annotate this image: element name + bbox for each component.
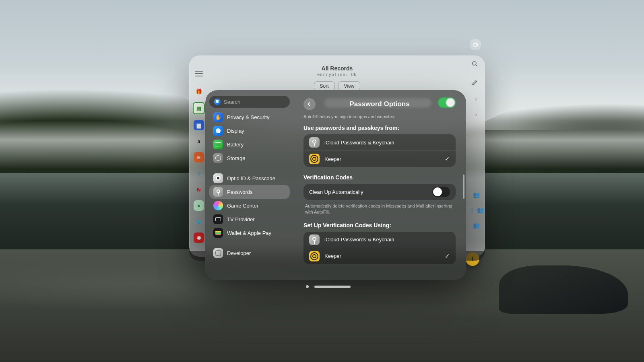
sidebar-item-label: Display (227, 128, 244, 134)
people-icon: 👥 (473, 222, 480, 228)
microphone-icon (214, 99, 221, 105)
gift-icon[interactable]: 🎁 (194, 86, 204, 97)
section-vc-title: Verification Codes (303, 174, 456, 181)
sidebar-item-label: Storage (227, 155, 246, 161)
sidebar-item-tv[interactable]: TV Provider (209, 212, 290, 226)
sidebar-item-privacy[interactable]: ✋Privacy & Security (209, 110, 290, 124)
settings-sidebar: Search ✋Privacy & SecurityDisplayBattery… (205, 90, 293, 280)
records-toolbar: Sort View (189, 81, 485, 91)
sidebar-item-wallet[interactable]: Wallet & Apple Pay (209, 226, 290, 240)
sidebar-item-battery[interactable]: Battery (209, 138, 290, 151)
checkmark-icon: ✓ (445, 253, 450, 260)
section-setup-vc: iCloud Passwords & KeychainKeeper✓ (303, 232, 456, 264)
provider-label: Keeper (324, 253, 341, 259)
provider-label: Keeper (324, 156, 341, 162)
sidebar-item-label: Developer (227, 250, 251, 256)
provider-row-keeper[interactable]: Keeper✓ (303, 150, 456, 167)
sidebar-item-label: Game Center (227, 203, 258, 209)
people-icon: 👥 (473, 191, 480, 198)
chevron-right-icon[interactable]: › (475, 111, 477, 117)
sidebar-item-label: Battery (227, 142, 244, 148)
sidebar-item-label: Privacy & Security (227, 114, 269, 120)
sidebar-item-gamecenter[interactable]: Game Center (209, 199, 290, 212)
window-control-icon[interactable] (470, 39, 481, 50)
chevron-right-icon[interactable]: › (475, 96, 477, 102)
section-vc: Clean Up Automatically (303, 184, 456, 200)
provider-row-keeper2[interactable]: Keeper✓ (303, 248, 456, 264)
records-subtitle: encryption: ON (189, 72, 485, 77)
section-use-from-title: Use passwords and passkeys from: (303, 125, 456, 131)
sidebar-item-passwords[interactable]: Passwords (209, 185, 290, 199)
key-icon (309, 234, 320, 245)
records-title: All Records (189, 65, 485, 72)
sidebar-item-label: TV Provider (227, 216, 255, 222)
disk-icon (213, 153, 223, 163)
cleanup-row[interactable]: Clean Up Automatically (303, 184, 456, 200)
sidebar-item-optic[interactable]: Optic ID & Passcode (209, 171, 290, 185)
sun-icon (213, 126, 223, 136)
view-button[interactable]: View (338, 81, 361, 91)
provider-label: iCloud Passwords & Keychain (324, 140, 394, 146)
checkmark-icon: ✓ (445, 155, 450, 162)
sidebar-item-developer[interactable]: Developer (209, 246, 290, 260)
svg-line-1 (476, 65, 477, 66)
netflix-icon[interactable]: N (194, 184, 204, 195)
page-dot (306, 285, 309, 288)
svg-rect-2 (474, 43, 477, 46)
sidebar-item-label: Wallet & Apple Pay (227, 230, 271, 236)
autofill-toggle[interactable] (438, 97, 456, 108)
search-input[interactable]: Search (209, 96, 290, 108)
settings-panel: Search ✋Privacy & SecurityDisplayBattery… (205, 90, 466, 280)
keeper-icon (309, 251, 320, 261)
svg-point-0 (473, 62, 476, 65)
hammer-icon (213, 248, 223, 258)
search-icon[interactable] (471, 60, 479, 68)
provider-row-icloud2[interactable]: iCloud Passwords & Keychain (303, 232, 456, 248)
attachment-icon[interactable]: 📎 (194, 168, 204, 179)
cleanup-label: Clean Up Automatically (309, 189, 363, 195)
green-circle-icon[interactable]: ● (194, 200, 204, 211)
key-icon (309, 137, 320, 148)
yelp-icon[interactable]: ✱ (194, 232, 204, 243)
eye-id-icon (213, 173, 223, 183)
scroll-indicator[interactable] (463, 175, 464, 199)
provider-label: iCloud Passwords & Keychain (324, 237, 394, 243)
settings-detail: Password Options AutoFill helps you sign… (293, 90, 466, 280)
gamecenter-icon (213, 201, 223, 210)
section-use-from: iCloud Passwords & KeychainKeeper✓ (303, 134, 456, 167)
provider-row-icloud[interactable]: iCloud Passwords & Keychain (303, 134, 456, 150)
sidebar-item-label: Optic ID & Passcode (227, 175, 275, 181)
section-vc-note: Automatically delete verification codes … (305, 203, 454, 216)
sort-button[interactable]: Sort (314, 81, 335, 91)
tv-icon (213, 214, 223, 224)
grab-bar[interactable] (314, 286, 351, 288)
search-placeholder: Search (224, 99, 240, 105)
keeper-icon (309, 154, 320, 164)
etsy-icon[interactable]: E (194, 152, 204, 162)
records-rail: 🎁▤▆aE📎N●🐦✱ (193, 86, 204, 250)
detail-title: Password Options (303, 100, 456, 108)
blue-folder-icon[interactable]: ▆ (194, 120, 204, 130)
key-icon (213, 187, 223, 197)
sidebar-item-label: Passwords (227, 189, 253, 195)
sidebar-item-storage[interactable]: Storage (209, 151, 290, 165)
hand-raised-icon: ✋ (213, 112, 223, 122)
cleanup-toggle[interactable] (432, 187, 450, 197)
attachment-icon: 📎 👥 (469, 207, 484, 213)
autofill-hint: AutoFill helps you sign into apps and we… (303, 114, 456, 119)
green-card-icon[interactable]: ▤ (193, 102, 205, 114)
section-setup-vc-title: Set Up Verification Codes Using: (303, 222, 456, 228)
twitter-icon[interactable]: 🐦 (194, 216, 204, 227)
wallet-icon (213, 228, 223, 238)
sidebar-item-display[interactable]: Display (209, 124, 290, 138)
battery-icon (213, 140, 223, 149)
records-right-gutter: › › 👥 📎 👥 👥 (471, 96, 481, 228)
amazon-icon[interactable]: a (194, 136, 204, 146)
home-indicator[interactable] (306, 285, 351, 288)
